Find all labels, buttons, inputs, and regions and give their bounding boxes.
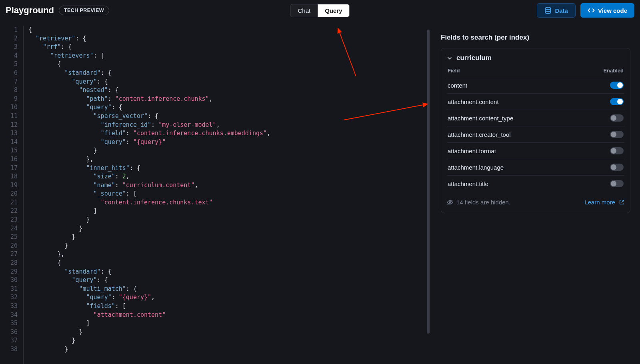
field-row: content bbox=[447, 77, 624, 93]
database-icon bbox=[544, 7, 552, 14]
code-content[interactable]: { "retriever": { "rrf": { "retrievers": … bbox=[23, 26, 430, 364]
tech-preview-badge: TECH PREVIEW bbox=[59, 6, 109, 15]
mode-tabs: Chat Query bbox=[290, 4, 350, 17]
field-toggle[interactable] bbox=[610, 114, 624, 122]
field-row: attachment.title bbox=[447, 175, 624, 192]
field-name: attachment.format bbox=[448, 148, 496, 154]
code-editor[interactable]: 1234567891011121314151617181920212223242… bbox=[0, 26, 430, 364]
view-code-label: View code bbox=[598, 7, 627, 14]
topbar: Playground TECH PREVIEW Chat Query Data … bbox=[0, 0, 640, 21]
col-field: Field bbox=[448, 68, 460, 74]
external-link-icon bbox=[619, 200, 624, 205]
field-toggle[interactable] bbox=[610, 82, 624, 89]
column-headers: Field Enabled bbox=[447, 68, 624, 77]
field-row: attachment.content_type bbox=[447, 110, 624, 126]
line-gutter: 1234567891011121314151617181920212223242… bbox=[0, 26, 23, 364]
field-toggle[interactable] bbox=[610, 180, 624, 187]
data-button[interactable]: Data bbox=[537, 3, 576, 18]
view-code-button[interactable]: View code bbox=[580, 3, 634, 18]
field-row: attachment.creator_tool bbox=[447, 126, 624, 142]
hidden-fields-text: 14 fields are hidden. bbox=[456, 199, 510, 206]
field-name: attachment.language bbox=[448, 164, 504, 171]
editor-scrollbar[interactable] bbox=[427, 30, 430, 334]
index-panel: curriculum Field Enabled contentattachme… bbox=[441, 48, 630, 213]
field-toggle[interactable] bbox=[610, 147, 624, 154]
data-button-label: Data bbox=[555, 7, 568, 14]
col-enabled: Enabled bbox=[603, 68, 624, 74]
tab-query[interactable]: Query bbox=[318, 4, 349, 17]
field-name: attachment.content bbox=[448, 98, 499, 105]
field-name: content bbox=[448, 82, 467, 89]
field-name: attachment.creator_tool bbox=[448, 131, 511, 138]
index-name: curriculum bbox=[456, 54, 492, 62]
eye-off-icon bbox=[447, 199, 453, 206]
learn-more-label: Learn more. bbox=[584, 199, 617, 206]
page-title: Playground bbox=[6, 5, 54, 16]
field-row: attachment.language bbox=[447, 159, 624, 175]
field-name: attachment.content_type bbox=[448, 115, 513, 122]
index-header[interactable]: curriculum bbox=[447, 54, 624, 62]
chevron-down-icon bbox=[447, 55, 452, 61]
field-row: attachment.content bbox=[447, 93, 624, 110]
tab-chat[interactable]: Chat bbox=[290, 4, 318, 17]
field-row: attachment.format bbox=[447, 142, 624, 159]
field-name: attachment.title bbox=[448, 180, 488, 187]
learn-more-link[interactable]: Learn more. bbox=[584, 199, 624, 206]
svg-point-0 bbox=[546, 7, 551, 9]
field-toggle[interactable] bbox=[610, 131, 624, 138]
fields-title: Fields to search (per index) bbox=[441, 34, 630, 42]
code-icon bbox=[588, 7, 595, 14]
field-toggle[interactable] bbox=[610, 98, 624, 105]
field-toggle[interactable] bbox=[610, 164, 624, 171]
